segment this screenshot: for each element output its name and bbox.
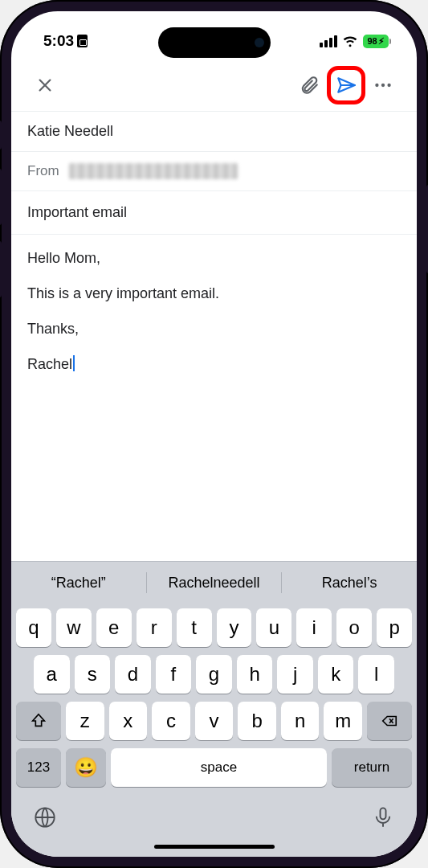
key-e[interactable]: e [96,608,132,647]
key-p[interactable]: p [377,608,412,647]
subject-field[interactable]: Important email [11,191,417,235]
suggestion[interactable]: Rachelneedell [147,575,282,592]
key-r[interactable]: r [137,608,172,647]
key-row-1: q w e r t y u i o p [16,608,412,647]
key-w[interactable]: w [56,608,92,647]
home-indicator[interactable] [154,845,275,849]
dictation-key[interactable] [372,806,394,832]
globe-key[interactable] [34,806,56,832]
key-j[interactable]: j [277,655,313,694]
sim-icon [77,35,88,47]
key-a[interactable]: a [34,655,70,694]
from-label: From [27,163,59,179]
backspace-key[interactable] [367,702,412,740]
svg-point-0 [375,84,378,87]
body-line: This is a very important email. [27,283,401,304]
to-field[interactable]: Katie Needell [11,111,417,152]
key-z[interactable]: z [66,702,104,740]
from-address-redacted [69,163,238,179]
key-row-3: z x c v b n m [16,702,412,740]
status-time: 5:03 [43,32,74,50]
key-c[interactable]: c [152,702,190,740]
send-button-highlight [327,66,365,104]
charging-icon: ⚡︎ [378,36,385,47]
key-u[interactable]: u [256,608,291,647]
key-row-2: a s d f g h j k l [16,655,412,694]
wifi-icon [342,35,358,47]
svg-point-1 [381,84,385,87]
key-m[interactable]: m [324,702,362,740]
iphone-frame: 5:03 98⚡︎ [0,0,428,868]
key-g[interactable]: g [196,655,232,694]
subject-text: Important email [27,204,127,220]
cellular-icon [320,35,337,47]
key-v[interactable]: v [195,702,234,740]
battery-indicator: 98⚡︎ [363,35,391,48]
suggestion[interactable]: Rachel’s [282,575,417,592]
suggestion[interactable]: “Rachel” [11,575,146,592]
key-y[interactable]: y [217,608,252,647]
suggestion-bar: “Rachel” Rachelneedell Rachel’s [11,562,417,604]
screen: 5:03 98⚡︎ [11,11,417,857]
key-f[interactable]: f [156,655,192,694]
key-s[interactable]: s [75,655,111,694]
key-o[interactable]: o [336,608,372,647]
space-key[interactable]: space [111,748,327,787]
close-button[interactable] [27,68,63,103]
return-key[interactable]: return [332,748,412,787]
key-x[interactable]: x [109,702,148,740]
key-h[interactable]: h [237,655,273,694]
body-line: Rachel [27,354,401,375]
recipient-name: Katie Needell [27,123,113,139]
emoji-key[interactable]: 😀 [66,748,106,787]
key-l[interactable]: l [358,655,394,694]
body-line: Thanks, [27,318,401,339]
key-d[interactable]: d [115,655,151,694]
more-button[interactable] [365,68,401,103]
key-q[interactable]: q [16,608,51,647]
key-row-4: 123 😀 space return [16,748,412,787]
svg-rect-4 [381,808,386,819]
shift-key[interactable] [16,702,61,740]
from-field[interactable]: From [11,152,417,191]
key-n[interactable]: n [281,702,320,740]
text-cursor [73,355,75,371]
numbers-key[interactable]: 123 [16,748,61,787]
compose-toolbar [11,59,417,111]
attachment-button[interactable] [291,68,327,103]
key-k[interactable]: k [318,655,354,694]
keyboard: “Rachel” Rachelneedell Rachel’s q w e r … [11,561,417,857]
dynamic-island [158,27,271,58]
key-t[interactable]: t [177,608,212,647]
body-line: Hello Mom, [27,248,401,268]
send-button[interactable] [331,70,361,100]
svg-point-2 [387,84,390,87]
key-b[interactable]: b [238,702,276,740]
email-body[interactable]: Hello Mom, This is a very important emai… [11,235,417,402]
key-i[interactable]: i [296,608,332,647]
